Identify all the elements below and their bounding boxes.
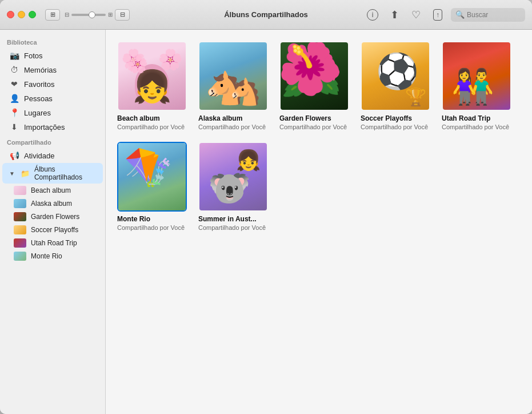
monte-subtitle: Compartilhado por Você (117, 224, 185, 231)
beach-album-name: Beach album (117, 114, 160, 122)
sidebar-subitem-alaska-label: Alaska album (31, 200, 72, 208)
window-title-text: Álbuns Compartilhados (224, 10, 308, 19)
sidebar-item-lugares-label: Lugares (24, 109, 51, 117)
disclosure-icon: ▼ (9, 170, 15, 177)
sidebar-subitem-utah[interactable]: Utah Road Trip (7, 237, 103, 249)
sidebar-subitem-soccer[interactable]: Soccer Playoffs (7, 224, 103, 236)
pessoas-icon: 👤 (9, 94, 19, 103)
soccer-name: Soccer Playoffs (361, 114, 412, 122)
alaska-photo-image: 🐴 🐴 (199, 42, 267, 110)
titlebar: ⊞ ⊟ ⊞ ⊟ Álbuns Compartilhados i ⬆ (0, 0, 532, 30)
sidebar-item-albuns-compartilhados[interactable]: ▼ 📁 Álbuns Compartilhados (2, 163, 103, 184)
sidebar-item-fotos[interactable]: 📷 Fotos (2, 49, 103, 62)
zoom-thumb[interactable] (89, 11, 95, 18)
heart-button[interactable]: ♡ (407, 7, 425, 22)
photo-thumb-monte: 🪁 (117, 142, 187, 212)
alaska-album-name: Alaska album (198, 114, 242, 122)
garden-photo-image: 🌺 (281, 42, 348, 110)
view-toggle-button[interactable]: ⊟ (115, 9, 130, 21)
monte-thumb (14, 252, 26, 261)
sidebar-toggle-button[interactable]: ⊞ (45, 9, 60, 21)
info-icon: i (367, 9, 378, 21)
sidebar-subitem-alaska[interactable]: Alaska album (7, 197, 103, 210)
memorias-icon: ⏱ (9, 65, 19, 74)
photo-item-soccer[interactable]: ⚽ 🏆 Soccer Playoffs Compartilhado por Vo… (361, 41, 430, 130)
maximize-button[interactable] (29, 11, 36, 18)
sidebar-subitem-beach-label: Beach album (31, 186, 71, 194)
sidebar-item-favoritos[interactable]: ❤ Favoritos (2, 77, 103, 91)
minimize-button[interactable] (18, 11, 25, 18)
heart-icon: ♡ (411, 9, 421, 21)
sidebar-item-pessoas-label: Pessoas (24, 94, 53, 103)
upload-icon: ⬆ (390, 9, 399, 21)
window-title: Álbuns Compartilhados (224, 10, 308, 19)
library-section-label: Biblioteca (0, 34, 105, 48)
utah-subtitle: Compartilhado por Você (442, 124, 509, 130)
soccer-thumb (14, 225, 26, 234)
importacoes-icon: ⬇ (9, 122, 19, 132)
sidebar-item-memorias[interactable]: ⏱ Memórias (2, 63, 103, 77)
zoom-out-icon: ⊟ (65, 11, 69, 18)
zoom-in-icon: ⊞ (108, 11, 113, 18)
sidebar-subitem-garden-label: Garden Flowers (31, 213, 79, 221)
toolbar-controls: ⊞ ⊟ ⊞ ⊟ (45, 9, 130, 21)
summer-photo-image: 🐨 👧 (199, 143, 267, 210)
traffic-lights (7, 11, 36, 18)
sidebar-item-albuns-label: Álbuns Compartilhados (34, 165, 96, 181)
albuns-icon: 📁 (21, 169, 30, 178)
sidebar-item-lugares[interactable]: 📍 Lugares (2, 106, 103, 120)
photo-item-utah[interactable]: 👫 Utah Road Trip Compartilhado por Você (442, 41, 511, 130)
atividade-icon: 📢 (9, 151, 19, 160)
beach-thumb (14, 186, 26, 195)
sidebar-item-fotos-label: Fotos (24, 51, 43, 60)
photo-item-garden[interactable]: 🌺 Garden Flowers Compartilhado por Você (279, 41, 349, 130)
zoom-track[interactable] (71, 14, 106, 16)
photo-thumb-beach: 👧 🌸 🌸 (117, 41, 187, 111)
sidebar-item-importacoes[interactable]: ⬇ Importações (2, 120, 103, 134)
share-icon: ↑ (433, 9, 442, 21)
photo-item-monte[interactable]: 🪁 Monte Rio Compartilhado por Você (117, 142, 187, 231)
sidebar-item-atividade[interactable]: 📢 Atividade (2, 149, 103, 162)
sidebar-item-atividade-label: Atividade (24, 152, 54, 160)
sidebar-subitem-monte[interactable]: Monte Rio (7, 250, 103, 262)
photo-item-summer[interactable]: 🐨 👧 Summer in Aust... Compartilhado por … (198, 142, 268, 231)
sidebar-subitem-garden[interactable]: Garden Flowers (7, 210, 103, 223)
sidebar-item-favoritos-label: Favoritos (24, 80, 54, 89)
garden-thumb (14, 212, 26, 221)
lugares-icon: 📍 (9, 108, 19, 117)
sidebar-subitem-utah-label: Utah Road Trip (31, 239, 77, 247)
beach-album-subtitle: Compartilhado por Você (117, 124, 185, 130)
share-button[interactable]: ↑ (429, 7, 446, 22)
upload-button[interactable]: ⬆ (386, 7, 403, 22)
photo-thumb-alaska: 🐴 🐴 (198, 41, 268, 111)
photo-thumb-soccer: ⚽ 🏆 (361, 41, 430, 111)
app-window: ⊞ ⊟ ⊞ ⊟ Álbuns Compartilhados i ⬆ (0, 0, 532, 414)
sidebar-subitem-monte-label: Monte Rio (31, 252, 62, 260)
info-button[interactable]: i (364, 7, 381, 22)
photo-item-alaska[interactable]: 🐴 🐴 Alaska album Compartilhado por Você (198, 41, 268, 130)
sidebar-item-importacoes-label: Importações (24, 123, 65, 132)
shared-section-label: Compartilhado (0, 134, 105, 148)
sidebar-item-memorias-label: Memórias (24, 66, 57, 74)
sidebar-subitem-beach[interactable]: Beach album (7, 184, 103, 197)
sidebar-item-pessoas[interactable]: 👤 Pessoas (2, 91, 103, 105)
fotos-icon: 📷 (9, 51, 19, 60)
alaska-thumb (14, 199, 26, 208)
sidebar-icon: ⊞ (50, 11, 55, 18)
sidebar: Biblioteca 📷 Fotos ⏱ Memórias ❤ Favorito… (0, 30, 106, 414)
summer-name: Summer in Aust... (198, 215, 257, 223)
photo-item-beach[interactable]: 👧 🌸 🌸 Beach album Compartilhado por Você (117, 41, 187, 130)
search-input[interactable] (467, 11, 521, 19)
search-box[interactable]: 🔍 (451, 8, 525, 22)
utah-photo-image: 👫 (443, 42, 510, 110)
close-button[interactable] (7, 11, 14, 18)
zoom-slider-container: ⊟ ⊞ (65, 11, 113, 18)
view-icon: ⊟ (120, 11, 125, 18)
photo-thumb-utah: 👫 (442, 41, 511, 111)
photo-grid: 👧 🌸 🌸 Beach album Compartilhado por Você… (117, 41, 521, 231)
garden-name: Garden Flowers (279, 114, 331, 122)
monte-name: Monte Rio (117, 215, 150, 223)
photo-grid-area: 👧 🌸 🌸 Beach album Compartilhado por Você… (106, 30, 532, 414)
sidebar-subitem-soccer-label: Soccer Playoffs (31, 226, 78, 234)
alaska-album-subtitle: Compartilhado por Você (198, 124, 266, 130)
